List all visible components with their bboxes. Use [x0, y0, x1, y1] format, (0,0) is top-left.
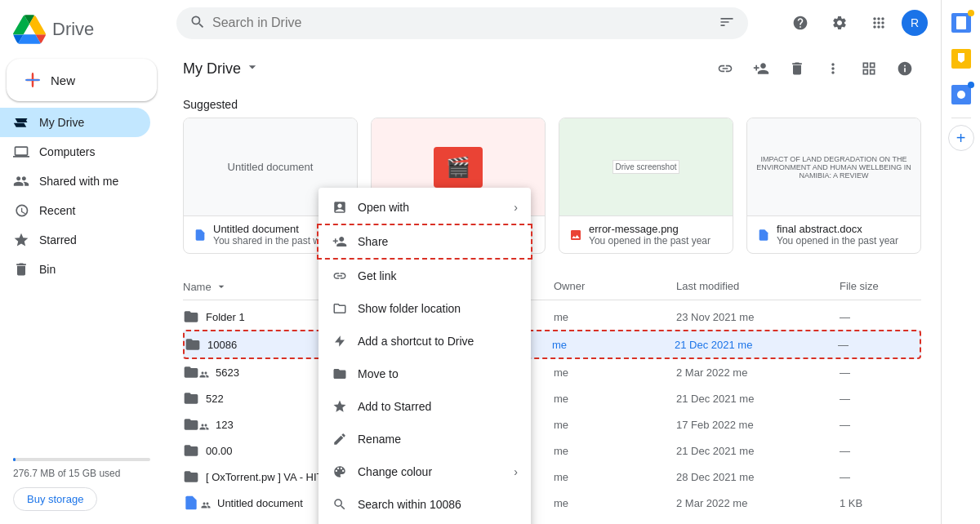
file-size-oxtorrent: — [840, 471, 921, 483]
settings-button[interactable] [823, 7, 856, 39]
menu-item-add-shortcut[interactable]: Add a shortcut to Drive [318, 325, 531, 357]
menu-item-open-with[interactable]: Open with › [318, 191, 531, 224]
add-person-button[interactable] [745, 52, 777, 85]
file-modified-522: 21 Dec 2021 me [676, 393, 840, 405]
file-row-5623[interactable]: 5623 me 2 Mar 2022 me — [183, 359, 921, 385]
file-card-meta-2: You opened in the past year [589, 235, 710, 246]
file-row-10086[interactable]: 10086 me 21 Dec 2021 me — [183, 330, 921, 359]
menu-item-change-colour[interactable]: Change colour › [318, 455, 531, 488]
file-row-folder1[interactable]: Folder 1 me 23 Nov 2021 me — [183, 304, 921, 330]
filter-icon[interactable] [719, 14, 735, 33]
sidebar-nav: My Drive Computers Shared with me Recent… [0, 108, 163, 284]
search-input[interactable] [212, 16, 712, 30]
menu-item-rename[interactable]: Rename [318, 423, 531, 455]
svg-rect-1 [25, 79, 40, 81]
starred-icon [13, 232, 29, 248]
search-bar[interactable] [176, 7, 748, 39]
drive-toolbar: My Drive [163, 46, 941, 91]
file-modified-10086: 21 Dec 2021 me [675, 339, 838, 351]
sidebar-item-label-shared: Shared with me [39, 175, 118, 188]
logo-area: Drive [0, 7, 163, 59]
open-with-icon [332, 199, 348, 215]
app-logo-text: Drive [52, 19, 94, 40]
tasks-notification-badge [968, 82, 974, 88]
change-colour-arrow-icon: › [514, 465, 518, 478]
file-modified-5623: 2 Mar 2022 me [676, 366, 840, 379]
sidebar: Drive New My Drive Computers [0, 0, 163, 524]
get-link-button[interactable] [709, 52, 742, 85]
buy-storage-button[interactable]: Buy storage [13, 487, 97, 511]
right-panel-keep[interactable] [945, 42, 978, 75]
content-area: Suggested Untitled document Untitled doc… [163, 91, 941, 524]
file-modified-123: 17 Feb 2022 me [676, 419, 840, 431]
sidebar-item-shared-with-me[interactable]: Shared with me [0, 167, 150, 196]
apps-button[interactable] [862, 7, 895, 39]
sidebar-item-label-starred: Starred [39, 233, 77, 246]
file-name-0000: 00.00 [206, 445, 233, 457]
right-panel: + [941, 0, 980, 524]
svg-point-6 [957, 91, 965, 99]
change-colour-icon [332, 464, 348, 480]
grid-view-button[interactable] [853, 52, 885, 85]
menu-item-share[interactable]: Share [317, 224, 532, 260]
menu-item-show-folder-location[interactable]: Show folder location [318, 292, 531, 325]
recent-icon [13, 202, 29, 219]
open-with-arrow-icon: › [514, 201, 518, 214]
file-row-untitled-doc[interactable]: Untitled document me 2 Mar 2022 me 1 KB [183, 490, 921, 516]
menu-item-share-label: Share [358, 235, 518, 248]
info-button[interactable] [889, 52, 921, 85]
file-owner-0000: me [554, 445, 676, 457]
suggested-file-card-3[interactable]: IMPACT OF LAND DEGRADATION ON THE ENVIRO… [746, 118, 921, 254]
menu-item-change-colour-label: Change colour [358, 465, 504, 478]
rename-icon [332, 431, 348, 447]
menu-item-move-to[interactable]: Move to [318, 357, 531, 390]
file-size-5623: — [840, 366, 921, 379]
storage-text: 276.7 MB of 15 GB used [13, 468, 150, 479]
drive-logo-icon [13, 13, 46, 46]
file-row-522[interactable]: 522 me 21 Dec 2021 me — [183, 385, 921, 411]
right-panel-add-button[interactable]: + [948, 125, 974, 151]
file-size-123: — [840, 419, 921, 431]
context-menu: Open with › Share Get link Show folder l… [318, 188, 531, 524]
file-owner-5623: me [554, 366, 676, 379]
menu-item-get-link[interactable]: Get link [318, 260, 531, 292]
help-button[interactable] [784, 7, 817, 39]
menu-item-add-starred[interactable]: Add to Starred [318, 390, 531, 423]
sidebar-item-my-drive[interactable]: My Drive [0, 108, 150, 137]
computers-icon [13, 144, 29, 160]
menu-item-rename-label: Rename [358, 433, 518, 446]
col-header-size: File size [840, 280, 921, 293]
drive-title-area[interactable]: My Drive [183, 59, 261, 79]
menu-item-search-within[interactable]: Search within 10086 [318, 488, 531, 521]
file-name-123: 123 [216, 419, 234, 431]
more-button[interactable] [817, 52, 849, 85]
file-row-0000[interactable]: 00.00 me 21 Dec 2021 me — [183, 437, 921, 464]
file-name: Folder 1 [206, 311, 245, 323]
sidebar-item-label-bin: Bin [39, 263, 56, 276]
new-plus-icon [23, 70, 42, 90]
sidebar-item-recent[interactable]: Recent [0, 196, 150, 225]
suggested-file-card-2[interactable]: Drive screenshot error-message.png You o… [559, 118, 733, 254]
menu-item-show-folder-label: Show folder location [358, 302, 518, 315]
user-avatar[interactable]: R [902, 10, 928, 36]
bin-icon [13, 261, 29, 278]
new-button[interactable]: New [7, 59, 157, 101]
delete-button[interactable] [781, 52, 813, 85]
sidebar-item-starred[interactable]: Starred [0, 225, 150, 255]
right-panel-divider [951, 118, 971, 118]
menu-item-starred-label: Add to Starred [358, 400, 518, 413]
file-row-123[interactable]: 123 me 17 Feb 2022 me — [183, 411, 921, 437]
file-row-oxtorrent[interactable]: [ OxTorrent.pw ] VA - HITS NI me 28 Dec … [183, 464, 921, 490]
file-modified: 23 Nov 2021 me [676, 311, 840, 323]
file-card-preview-2: Drive screenshot [559, 118, 733, 216]
file-size-untitled-doc: 1 KB [840, 497, 921, 509]
file-card-info-3: final abstract.docx You opened in the pa… [747, 216, 920, 253]
sidebar-item-label-my-drive: My Drive [39, 116, 84, 129]
right-panel-tasks[interactable] [945, 78, 978, 111]
file-card-preview-3: IMPACT OF LAND DEGRADATION ON THE ENVIRO… [747, 118, 920, 216]
file-size-522: — [840, 393, 921, 405]
right-panel-google-docs[interactable] [945, 7, 978, 39]
file-size: — [840, 311, 921, 323]
sidebar-item-bin[interactable]: Bin [0, 255, 150, 284]
sidebar-item-computers[interactable]: Computers [0, 137, 150, 167]
